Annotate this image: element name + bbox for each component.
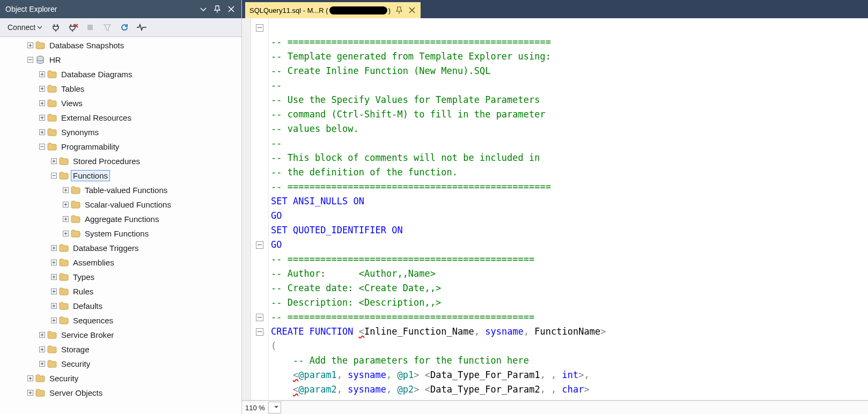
folder-icon: [47, 345, 57, 354]
refresh-icon[interactable]: [119, 21, 130, 33]
expand-icon[interactable]: [49, 273, 58, 282]
tree-node-label: Server Objects: [47, 387, 105, 398]
tree-node[interactable]: Defaults: [4, 299, 241, 313]
tree-node[interactable]: Programmability: [4, 139, 241, 154]
tree-node-label: Service Broker: [59, 329, 116, 341]
document-tab[interactable]: SQLQuery11.sql - M...R ( ): [245, 2, 421, 18]
expand-icon[interactable]: [61, 215, 70, 224]
activity-monitor-icon[interactable]: [136, 21, 148, 33]
folder-icon: [59, 302, 69, 310]
folder-icon: [59, 258, 69, 267]
tree-node-label: Storage: [59, 344, 92, 355]
tree-node[interactable]: Security: [4, 357, 241, 371]
folder-icon: [35, 389, 45, 397]
tree-node-label: Table-valued Functions: [83, 184, 170, 196]
fold-toggle[interactable]: [256, 314, 263, 321]
fold-toggle[interactable]: [256, 328, 263, 336]
expand-icon[interactable]: [38, 345, 46, 354]
tree-node-label: Tables: [59, 83, 86, 94]
panel-title-text: Object Explorer: [5, 5, 57, 13]
tree-node[interactable]: Security: [4, 371, 241, 386]
tree-node[interactable]: Database Diagrams: [4, 67, 241, 82]
collapse-icon[interactable]: [38, 143, 46, 151]
tree-node[interactable]: Database Snapshots: [4, 38, 241, 53]
expand-icon[interactable]: [61, 186, 70, 195]
expand-icon[interactable]: [38, 331, 46, 339]
close-icon[interactable]: [226, 4, 236, 14]
folder-icon: [59, 316, 69, 325]
expand-icon[interactable]: [26, 41, 34, 50]
tree-node-label: Programmability: [59, 141, 121, 152]
tree-node-label: Rules: [71, 286, 95, 297]
expand-icon[interactable]: [38, 114, 46, 122]
tab-pin-icon[interactable]: [395, 6, 403, 14]
tree-node[interactable]: Service Broker: [4, 328, 241, 342]
expand-icon[interactable]: [38, 99, 46, 108]
tree-node-label: Database Triggers: [71, 242, 141, 254]
tree-node[interactable]: External Resources: [4, 110, 241, 125]
tree-node[interactable]: Server Objects: [4, 386, 241, 400]
tree-node[interactable]: Views: [4, 96, 241, 110]
tree-node[interactable]: Synonyms: [4, 125, 241, 139]
folder-icon: [59, 273, 69, 282]
connect-button[interactable]: Connect: [5, 22, 45, 33]
expand-icon[interactable]: [61, 230, 70, 238]
folder-icon: [47, 331, 57, 339]
folder-icon: [47, 85, 57, 93]
tree-node[interactable]: Stored Procedures: [4, 154, 241, 168]
database-icon: [35, 56, 45, 64]
expand-icon[interactable]: [38, 70, 46, 79]
folder-icon: [71, 186, 80, 195]
window-options-icon[interactable]: [198, 4, 208, 14]
code-text[interactable]: -- =====================================…: [269, 18, 868, 400]
expand-icon[interactable]: [49, 258, 58, 267]
fold-toggle[interactable]: [256, 24, 263, 32]
expand-icon[interactable]: [26, 374, 34, 383]
tree-scroll[interactable]: Database SnapshotsHRDatabase DiagramsTab…: [0, 37, 241, 414]
stop-icon: [84, 21, 96, 33]
expand-icon[interactable]: [49, 287, 58, 296]
expand-icon[interactable]: [49, 302, 58, 310]
tree-node-label: Defaults: [71, 300, 105, 312]
tree-node[interactable]: System Functions: [4, 226, 241, 241]
folder-icon: [59, 157, 69, 166]
expand-icon[interactable]: [38, 360, 46, 368]
editor-area: SQLQuery11.sql - M...R ( ): [242, 0, 868, 414]
expand-icon[interactable]: [49, 316, 58, 325]
expand-icon[interactable]: [38, 85, 46, 93]
tree-node[interactable]: HR: [4, 53, 241, 67]
expand-icon[interactable]: [61, 201, 70, 209]
folder-icon: [47, 99, 57, 108]
tree-node[interactable]: Table-valued Functions: [4, 183, 241, 197]
connect-plug-icon[interactable]: [50, 21, 62, 33]
tree-node-label: Security: [59, 358, 92, 369]
collapse-icon[interactable]: [49, 172, 58, 180]
collapse-icon[interactable]: [26, 56, 34, 64]
tree-node[interactable]: Functions: [4, 168, 241, 183]
tab-close-icon[interactable]: [408, 6, 416, 14]
tree-node[interactable]: Types: [4, 270, 241, 284]
tree-node[interactable]: Tables: [4, 82, 241, 96]
redacted-connection: [329, 6, 387, 14]
folder-icon: [47, 143, 57, 151]
disconnect-plug-icon[interactable]: [67, 21, 79, 33]
editor-vertical-scrollbar[interactable]: [242, 18, 251, 400]
tree-node[interactable]: Rules: [4, 284, 241, 299]
tree-node[interactable]: Assemblies: [4, 255, 241, 270]
expand-icon[interactable]: [49, 157, 58, 166]
folder-icon: [47, 70, 57, 79]
code-editor[interactable]: -- =====================================…: [242, 18, 868, 401]
expand-icon[interactable]: [49, 244, 58, 253]
tree-node[interactable]: Aggregate Functions: [4, 212, 241, 226]
tree-node[interactable]: Scalar-valued Functions: [4, 197, 241, 212]
tree-node-label: Scalar-valued Functions: [83, 199, 173, 210]
expand-icon[interactable]: [26, 389, 34, 397]
fold-toggle[interactable]: [256, 241, 263, 249]
tree-node[interactable]: Sequences: [4, 313, 241, 328]
folder-icon: [59, 287, 69, 296]
pin-icon[interactable]: [212, 4, 222, 14]
zoom-dropdown[interactable]: [268, 402, 281, 413]
expand-icon[interactable]: [38, 128, 46, 137]
tree-node[interactable]: Database Triggers: [4, 241, 241, 255]
tree-node[interactable]: Storage: [4, 342, 241, 357]
